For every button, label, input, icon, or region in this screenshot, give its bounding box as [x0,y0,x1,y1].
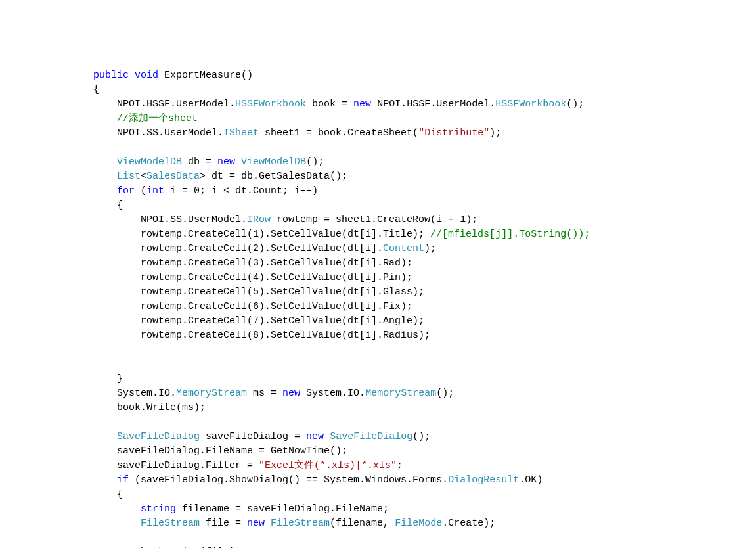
code-token: NPOI.SS.UserModel. [117,127,223,139]
code-line: rowtemp.CreateCell(2).SetCellValue(dt[i]… [46,242,756,256]
code-token: ExportMeasure() [158,70,253,81]
code-line: rowtemp.CreateCell(4).SetCellValue(dt[i]… [46,271,756,285]
code-token: "Excel文件(*.xls)|*.xls" [259,460,397,471]
code-line: ViewModelDB db = new ViewModelDB(); [46,155,756,170]
code-token: rowtemp.CreateCell(7).SetCellValue(dt[i]… [141,315,424,327]
code-token: System.IO. [117,388,176,399]
code-token: int [146,185,164,196]
code-line [46,343,756,357]
code-line: string filename = saveFileDialog.FileNam… [46,502,756,516]
code-token: db = [182,156,217,168]
code-line: if (saveFileDialog.ShowDialog() == Syste… [46,473,756,488]
code-token: ; [397,460,403,471]
code-token: "Distribute" [418,127,489,139]
code-token: ViewModelDB [117,156,182,168]
code-token: HSSFWorkbook [495,99,566,110]
code-token: FileStream [141,518,200,529]
code-token: SalesData [146,171,200,182]
code-token: MemoryStream [365,388,436,399]
code-line: NPOI.HSSF.UserModel.HSSFWorkbook book = … [46,97,756,112]
code-line [46,531,756,545]
code-token: > dt = db.GetSalesData(); [200,171,347,182]
code-token: //添加一个sheet [117,113,198,124]
code-line: //添加一个sheet [46,112,756,126]
code-token: SaveFileDialog [330,431,412,442]
code-line: rowtemp.CreateCell(8).SetCellValue(dt[i]… [46,329,756,343]
code-token: { [93,84,99,95]
code-line [46,141,756,155]
code-token: rowtemp.CreateCell(6).SetCellValue(dt[i]… [141,301,412,312]
code-token: (); [412,431,430,442]
code-line: rowtemp.CreateCell(7).SetCellValue(dt[i]… [46,314,756,329]
code-token: saveFileDialog.FileName = GetNowTime(); [117,445,347,457]
code-line: System.IO.MemoryStream ms = new System.I… [46,386,756,401]
code-token: public [93,70,129,81]
code-token: FileMode [395,518,442,529]
code-token: SaveFileDialog [117,431,200,442]
code-token: new [247,518,265,529]
code-token: rowtemp.CreateCell(2).SetCellValue(dt[i]… [141,243,383,254]
code-line [46,357,756,372]
code-token: void [135,70,158,81]
code-token: HSSFWorkbook [235,99,306,110]
code-line: } [46,372,756,386]
code-token: (); [436,388,454,399]
code-token [324,431,330,442]
code-token: rowtemp.CreateCell(5).SetCellValue(dt[i]… [141,286,424,298]
code-token: FileStream [271,518,330,529]
code-token: NPOI.SS.UserModel. [141,214,247,225]
code-token: (filename, [330,518,395,529]
code-token: filename = saveFileDialog.FileName; [176,503,389,514]
code-line: saveFileDialog.Filter = "Excel文件(*.xls)|… [46,459,756,473]
code-token: saveFileDialog = [200,431,306,442]
code-token: ); [489,127,501,139]
code-token: ISheet [223,127,259,139]
code-token: IRow [247,214,271,225]
code-token: saveFileDialog.Filter = [117,460,259,471]
code-line: rowtemp.CreateCell(5).SetCellValue(dt[i]… [46,285,756,300]
code-line: NPOI.SS.UserModel.ISheet sheet1 = book.C… [46,126,756,141]
code-token: .OK) [519,474,543,486]
code-token: rowtemp.CreateCell(1).SetCellValue(dt[i]… [141,229,430,240]
code-line: { [46,488,756,502]
code-token: new [217,156,235,168]
code-token: MemoryStream [176,388,247,399]
code-token: string [141,503,176,514]
code-token: new [282,388,300,399]
code-line: FileStream file = new FileStream(filenam… [46,516,756,531]
code-line: rowtemp.CreateCell(1).SetCellValue(dt[i]… [46,227,756,242]
code-token: new [353,99,371,110]
code-token: if [117,474,129,486]
code-token: { [117,200,123,211]
code-token: (saveFileDialog.ShowDialog() == System.W… [129,474,448,486]
code-line: rowtemp.CreateCell(3).SetCellValue(dt[i]… [46,256,756,271]
code-token: NPOI.HSSF.UserModel. [117,99,235,110]
code-line: saveFileDialog.FileName = GetNowTime(); [46,444,756,459]
code-token: //[mfields[j]].ToString()); [430,229,590,240]
code-line [46,415,756,430]
code-token: ViewModelDB [241,156,306,168]
code-token [265,518,271,529]
code-line: NPOI.SS.UserModel.IRow rowtemp = sheet1.… [46,213,756,227]
code-token: List [117,171,141,182]
code-line: SaveFileDialog saveFileDialog = new Save… [46,430,756,444]
code-token [129,70,135,81]
code-token: ); [424,243,436,254]
code-token: } [117,373,123,384]
code-token: ms = [247,388,282,399]
code-token: rowtemp = sheet1.CreateRow(i + 1); [271,214,478,225]
code-token: rowtemp.CreateCell(8).SetCellValue(dt[i]… [141,330,430,341]
code-token: new [306,431,324,442]
code-token: sheet1 = book.CreateSheet( [259,127,418,139]
code-token: (); [566,99,584,110]
code-token: < [141,171,146,182]
code-token: rowtemp.CreateCell(3).SetCellValue(dt[i]… [141,258,412,269]
code-token [235,156,241,168]
code-token: Content [383,243,424,254]
code-token: { [117,489,123,500]
code-line: book.Write(file); [46,545,756,548]
code-token: for [117,185,135,196]
code-token: book = [306,99,353,110]
code-token: DialogResult [448,474,519,486]
code-token: i = 0; i < dt.Count; i++) [164,185,318,196]
